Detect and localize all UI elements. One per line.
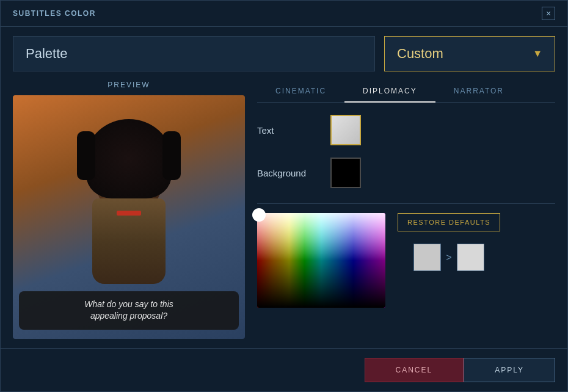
arrow-icon: >: [446, 252, 451, 263]
char-body: [92, 198, 166, 284]
character-silhouette: [68, 131, 190, 302]
footer: CANCEL APPLY: [1, 348, 567, 391]
subtitle-text: What do you say to thisappealing proposa…: [28, 299, 230, 322]
new-color-preview[interactable]: [457, 244, 484, 271]
right-section: CINEMATIC DIPLOMACY NARRATOR Text: [257, 81, 555, 339]
restore-defaults-button[interactable]: RESTORE DEFAULTS: [398, 213, 500, 231]
char-hair: [86, 119, 172, 198]
palette-label: Palette: [13, 36, 375, 71]
color-picker-area: RESTORE DEFAULTS >: [257, 213, 555, 308]
color-preview-row: >: [413, 244, 484, 271]
spectrum-gradient: [257, 213, 385, 308]
tab-diplomacy[interactable]: DIPLOMACY: [344, 81, 435, 103]
divider: [257, 203, 555, 204]
background-color-row: Background: [257, 158, 555, 188]
color-spectrum[interactable]: [257, 213, 385, 308]
color-picker-wrapper: [257, 213, 385, 308]
preview-label: PREVIEW: [13, 81, 245, 89]
dropdown-value: Custom: [397, 46, 443, 62]
preview-image: What do you say to thisappealing proposa…: [13, 95, 245, 339]
tab-narrator[interactable]: NARRATOR: [435, 81, 522, 102]
text-color-swatch[interactable]: [330, 115, 361, 145]
subtitle-box: What do you say to thisappealing proposa…: [19, 291, 239, 330]
modal-content: Palette Custom ▼ PREVIEW: [1, 27, 567, 348]
text-color-label: Text: [257, 125, 318, 136]
custom-dropdown[interactable]: Custom ▼: [384, 36, 555, 71]
color-picker-handle[interactable]: [252, 208, 266, 222]
current-color-preview[interactable]: [413, 244, 441, 271]
close-button[interactable]: ×: [542, 7, 555, 20]
chevron-down-icon: ▼: [533, 48, 542, 59]
modal-title: SUBTITLES COLOR: [13, 9, 96, 18]
preview-section: PREVIEW What do you say to thisappealing…: [13, 81, 245, 339]
top-row: Palette Custom ▼: [13, 36, 555, 71]
color-controls: Text Background: [257, 115, 555, 188]
main-area: PREVIEW What do you say to thisappealing…: [13, 81, 555, 339]
apply-button[interactable]: APPLY: [464, 358, 555, 382]
tabs: CINEMATIC DIPLOMACY NARRATOR: [257, 81, 555, 103]
background-color-swatch[interactable]: [330, 158, 361, 188]
tab-cinematic[interactable]: CINEMATIC: [257, 81, 344, 102]
background-color-label: Background: [257, 168, 318, 178]
modal-header: SUBTITLES COLOR ×: [1, 1, 567, 27]
cancel-button[interactable]: CANCEL: [365, 358, 464, 382]
modal: SUBTITLES COLOR × Palette Custom ▼ PREVI…: [0, 0, 568, 392]
picker-controls: RESTORE DEFAULTS >: [398, 213, 500, 271]
text-color-row: Text: [257, 115, 555, 145]
